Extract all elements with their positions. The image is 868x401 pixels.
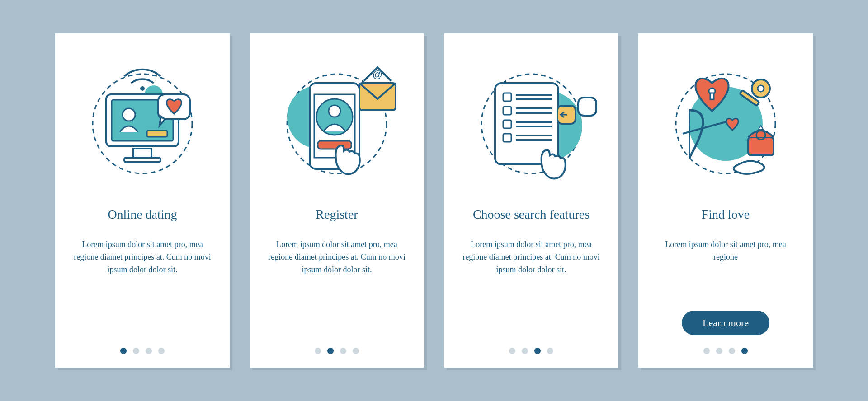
register-icon: @ bbox=[269, 51, 405, 187]
pager-dot[interactable] bbox=[547, 348, 553, 354]
pager-dot[interactable] bbox=[741, 348, 748, 354]
svg-rect-23 bbox=[503, 107, 511, 115]
onboarding-card: Choose search features Lorem ipsum dolor… bbox=[444, 33, 618, 368]
pager-dots bbox=[120, 348, 165, 354]
svg-rect-5 bbox=[133, 149, 151, 158]
pager-dot[interactable] bbox=[703, 348, 710, 354]
svg-point-41 bbox=[758, 85, 764, 92]
svg-rect-6 bbox=[124, 158, 160, 162]
svg-rect-25 bbox=[503, 134, 511, 142]
svg-text:@: @ bbox=[373, 69, 382, 80]
svg-point-15 bbox=[329, 105, 340, 117]
svg-rect-24 bbox=[503, 120, 511, 128]
svg-rect-22 bbox=[503, 93, 511, 101]
pager-dot[interactable] bbox=[158, 348, 165, 354]
pager-dots bbox=[703, 348, 748, 354]
card-title: Choose search features bbox=[473, 198, 590, 230]
card-body: Lorem ipsum dolor sit amet pro, mea regi… bbox=[655, 238, 797, 305]
pager-dots bbox=[509, 348, 553, 354]
svg-rect-35 bbox=[578, 98, 596, 116]
svg-rect-8 bbox=[147, 131, 167, 137]
pager-dot[interactable] bbox=[315, 348, 321, 354]
pager-dot[interactable] bbox=[729, 348, 735, 354]
card-body: Lorem ipsum dolor sit amet pro, mea regi… bbox=[266, 238, 408, 335]
pager-dot[interactable] bbox=[133, 348, 139, 354]
card-body: Lorem ipsum dolor sit amet pro, mea regi… bbox=[460, 238, 602, 335]
pager-dot[interactable] bbox=[522, 348, 528, 354]
search-features-icon bbox=[463, 51, 599, 187]
find-love-icon bbox=[658, 51, 793, 187]
onboarding-card: @ Register Lorem ipsum dolor sit amet pr… bbox=[250, 33, 424, 368]
card-title: Online dating bbox=[108, 198, 177, 230]
svg-rect-16 bbox=[318, 141, 351, 149]
card-title: Register bbox=[316, 198, 358, 230]
pager-dot[interactable] bbox=[716, 348, 722, 354]
pager-dot[interactable] bbox=[340, 348, 346, 354]
pager-dot[interactable] bbox=[146, 348, 152, 354]
onboarding-card: Online dating Lorem ipsum dolor sit amet… bbox=[55, 33, 230, 368]
card-body: Lorem ipsum dolor sit amet pro, mea regi… bbox=[71, 238, 213, 335]
svg-point-2 bbox=[140, 86, 145, 91]
pager-dots bbox=[315, 348, 359, 354]
learn-more-button[interactable]: Learn more bbox=[682, 311, 769, 335]
online-dating-icon bbox=[75, 51, 210, 187]
pager-dot[interactable] bbox=[120, 348, 127, 354]
pager-dot[interactable] bbox=[534, 348, 541, 354]
svg-point-7 bbox=[123, 108, 135, 121]
card-title: Find love bbox=[702, 198, 750, 230]
pager-dot[interactable] bbox=[327, 348, 334, 354]
onboarding-row: Online dating Lorem ipsum dolor sit amet… bbox=[55, 33, 813, 368]
pager-dot[interactable] bbox=[353, 348, 359, 354]
onboarding-card: Find love Lorem ipsum dolor sit amet pro… bbox=[638, 33, 813, 368]
pager-dot[interactable] bbox=[509, 348, 515, 354]
svg-rect-39 bbox=[710, 93, 714, 99]
